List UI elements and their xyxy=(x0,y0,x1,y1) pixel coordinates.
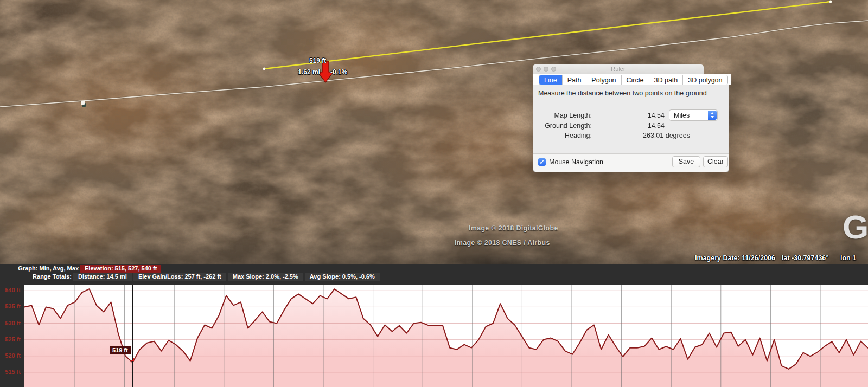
dialog-body: Measure the distance between two points … xyxy=(533,85,729,172)
chart-cursor-line xyxy=(132,285,133,387)
range-stats: Distance: 14.5 miElev Gain/Loss: 257 ft,… xyxy=(73,273,380,281)
tab-line[interactable]: Line xyxy=(539,75,563,85)
google-earth-window: 519 ft 1.62 mi -0.1% Image © 2018 Digita… xyxy=(0,0,868,387)
tab-polygon[interactable]: Polygon xyxy=(586,75,621,85)
small-building-feature xyxy=(81,101,85,105)
dropdown-stepper-icon xyxy=(708,111,717,120)
clear-button[interactable]: Clear xyxy=(703,156,728,167)
tab-3d-path[interactable]: 3D path xyxy=(649,75,684,85)
y-axis-label-535: 535 ft xyxy=(0,303,21,309)
imagery-date-label: Imagery Date: 11/26/2006 xyxy=(695,254,775,262)
map-overlay-vectors xyxy=(0,0,868,264)
tab-circle[interactable]: Circle xyxy=(622,75,649,85)
google-logo: G xyxy=(843,210,868,244)
elevation-profile-panel: Graph: Min, Avg, Max Elevation: 515, 527… xyxy=(0,264,868,387)
graph-minavgmax-label: Graph: Min, Avg, Max xyxy=(0,265,79,272)
latitude-readout: lat -30.797436° xyxy=(782,254,828,262)
longitude-readout: lon 1 xyxy=(840,254,856,262)
road-track-line xyxy=(0,21,868,107)
copyright-digitalglobe: Image © 2018 DigitalGlobe xyxy=(469,224,558,232)
y-axis-label-525: 525 ft xyxy=(0,336,21,343)
dialog-description: Measure the distance between two points … xyxy=(538,89,707,97)
elevation-chart-plot[interactable]: 519 ft xyxy=(24,285,868,387)
heading-row: Heading: 263.01 degrees xyxy=(533,131,729,140)
heading-label: Heading: xyxy=(533,132,592,139)
map-length-row: Map Length: 14.54 Miles xyxy=(533,111,729,120)
ruler-tabstrip: LinePathPolygonCircle3D path3D polygon xyxy=(533,74,731,85)
mouse-navigation-checkbox[interactable]: ✓ xyxy=(538,158,546,166)
map-length-value: 14.54 xyxy=(598,112,665,119)
ruler-dialog: Ruler LinePathPolygonCircle3D path3D pol… xyxy=(533,64,729,172)
cursor-slope-label: -0.1% xyxy=(330,68,347,76)
units-dropdown[interactable]: Miles xyxy=(669,109,718,121)
map-viewport[interactable]: 519 ft 1.62 mi -0.1% Image © 2018 Digita… xyxy=(0,0,868,264)
chart-cursor-marker xyxy=(131,358,134,361)
y-axis-label-540: 540 ft xyxy=(0,287,21,293)
ruler-endpoint-east xyxy=(829,1,832,3)
ground-length-label: Ground Length: xyxy=(533,122,592,130)
range-stat-2: Max Slope: 2.0%, -2.5% xyxy=(228,273,303,281)
profile-header-row2: Range Totals: Distance: 14.5 miElev Gain… xyxy=(0,273,868,281)
y-axis-label-515: 515 ft xyxy=(0,369,21,375)
map-length-label: Map Length: xyxy=(533,112,592,119)
dialog-title: Ruler xyxy=(533,66,704,72)
range-stat-0: Distance: 14.5 mi xyxy=(73,273,132,281)
profile-header-row1: Graph: Min, Avg, Max Elevation: 515, 527… xyxy=(0,265,868,273)
tab-path[interactable]: Path xyxy=(563,75,587,85)
cursor-elevation-label: 519 ft xyxy=(309,57,326,64)
heading-value: 263.01 degrees xyxy=(643,132,724,139)
range-stat-1: Elev Gain/Loss: 257 ft, -262 ft xyxy=(133,273,226,281)
ground-length-row: Ground Length: 14.54 xyxy=(533,121,729,131)
dialog-titlebar[interactable]: Ruler xyxy=(533,64,704,74)
save-button[interactable]: Save xyxy=(672,156,700,167)
y-axis-label-530: 530 ft xyxy=(0,320,21,326)
chart-cursor-tooltip: 519 ft xyxy=(110,346,131,354)
tab-3d-polygon[interactable]: 3D polygon xyxy=(683,75,727,85)
mouse-navigation-option[interactable]: ✓ Mouse Navigation xyxy=(538,158,603,166)
ruler-tabs: LinePathPolygonCircle3D path3D polygon xyxy=(539,75,728,85)
range-totals-label: Range Totals: xyxy=(0,273,72,280)
copyright-cnes-airbus: Image © 2018 CNES / Airbus xyxy=(455,239,550,247)
elevation-area-chart xyxy=(24,285,868,387)
y-axis-label-520: 520 ft xyxy=(0,352,21,359)
cursor-distance-label: 1.62 mi xyxy=(293,68,320,76)
units-dropdown-value: Miles xyxy=(674,112,690,119)
ruler-endpoint-west xyxy=(263,68,266,70)
dialog-footer: ✓ Mouse Navigation Save Clear xyxy=(533,154,729,172)
elevation-summary-badge: Elevation: 515, 527, 540 ft xyxy=(80,265,161,273)
ground-length-value: 14.54 xyxy=(598,122,665,130)
range-stat-3: Avg Slope: 0.5%, -0.6% xyxy=(305,273,380,281)
mouse-navigation-label: Mouse Navigation xyxy=(549,158,603,166)
